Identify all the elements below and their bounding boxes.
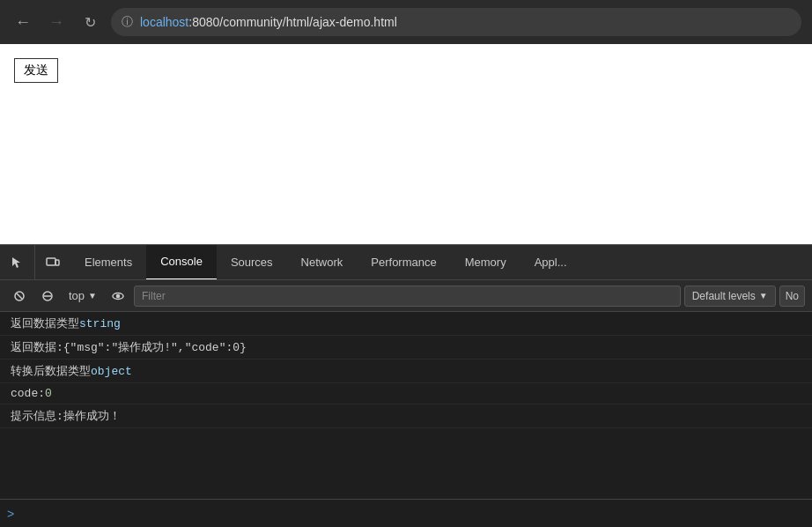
no-entry-icon[interactable]	[35, 284, 60, 308]
console-line: 返回数据:{"msg":"操作成功!","code":0}	[0, 336, 812, 360]
tab-memory[interactable]: Memory	[451, 245, 520, 280]
no-label: No	[779, 286, 805, 307]
back-button[interactable]: ←	[11, 10, 35, 34]
console-line: code:0	[0, 383, 812, 405]
console-value: {"msg":"操作成功!","code":0}	[63, 341, 247, 354]
svg-line-3	[17, 293, 22, 299]
console-line: 提示信息:操作成功！	[0, 405, 812, 428]
address-bar[interactable]: ⓘ localhost:8080/community/html/ajax-dem…	[111, 8, 801, 36]
console-text: 返回数据:{"msg":"操作成功!","code":0}	[11, 339, 247, 355]
console-text: 提示信息:操作成功！	[11, 408, 121, 424]
chevron-down-icon: ▼	[88, 291, 97, 301]
responsive-icon[interactable]	[35, 245, 70, 280]
url-path: :8080/community/html/ajax-demo.html	[188, 15, 397, 29]
forward-button[interactable]: →	[44, 10, 69, 34]
tab-network[interactable]: Network	[287, 245, 358, 280]
url-host: localhost	[140, 15, 188, 29]
devtools-panel: Elements Console Sources Network Perform…	[0, 245, 812, 527]
svg-point-7	[116, 294, 119, 297]
log-levels-selector[interactable]: Default levels ▼	[684, 286, 776, 307]
tab-console[interactable]: Console	[146, 245, 217, 280]
console-value: 0	[45, 387, 52, 400]
console-line: 转换后数据类型object	[0, 360, 812, 383]
context-selector[interactable]: top ▼	[63, 287, 102, 304]
cursor-icon[interactable]	[0, 245, 35, 280]
console-text: 返回数据类型string	[11, 315, 121, 331]
filter-input[interactable]	[134, 286, 681, 307]
page-content: 发送	[0, 44, 812, 245]
reload-button[interactable]: ↻	[78, 10, 102, 34]
console-input-area: >	[0, 499, 812, 527]
tab-elements[interactable]: Elements	[70, 245, 146, 280]
info-icon: ⓘ	[122, 14, 133, 30]
clear-console-button[interactable]	[7, 284, 32, 308]
browser-toolbar: ← → ↻ ⓘ localhost:8080/community/html/aj…	[0, 0, 812, 44]
devtools-tabbar: Elements Console Sources Network Perform…	[0, 245, 812, 280]
svg-rect-0	[47, 258, 55, 265]
eye-icon[interactable]	[106, 284, 130, 308]
tab-sources[interactable]: Sources	[217, 245, 287, 280]
chevron-down-icon: ▼	[759, 291, 768, 301]
svg-rect-1	[55, 260, 59, 265]
console-prompt-icon: >	[7, 507, 14, 521]
console-text: 转换后数据类型object	[11, 363, 132, 379]
console-toolbar: top ▼ Default levels ▼ No	[0, 280, 812, 312]
tab-application[interactable]: Appl...	[520, 245, 581, 280]
tab-performance[interactable]: Performance	[357, 245, 450, 280]
console-line: 返回数据类型string	[0, 312, 812, 336]
send-button[interactable]: 发送	[14, 58, 58, 83]
console-text: code:0	[11, 387, 52, 400]
console-value: string	[79, 317, 121, 330]
console-output: 返回数据类型string 返回数据:{"msg":"操作成功!","code":…	[0, 312, 812, 499]
url-text: localhost:8080/community/html/ajax-demo.…	[140, 15, 397, 29]
console-value: object	[91, 365, 132, 378]
